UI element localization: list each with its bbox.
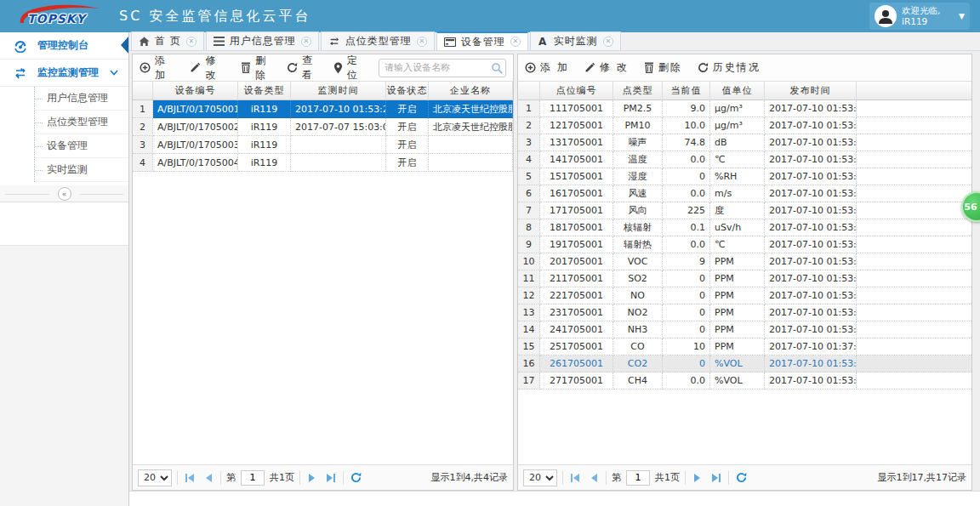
next-page-icon[interactable] (305, 471, 319, 485)
first-page-icon[interactable] (568, 471, 582, 485)
edit-button[interactable]: 修 改 (584, 60, 629, 75)
column-header[interactable]: 值单位 (710, 82, 765, 100)
table-row[interactable]: 4141705001温度0.0℃2017-07-10 01:53:22 (518, 151, 971, 168)
collapse-icon[interactable]: « (58, 187, 71, 201)
tab-close-icon[interactable]: ✕ (603, 37, 613, 47)
table-row[interactable]: 16261705001CO20%VOL2017-07-10 01:53:22 (518, 355, 971, 372)
table-row[interactable]: 1A/BJLT/0/1705001iR1192017-07-10 01:53:2… (133, 100, 513, 118)
column-header[interactable]: 监测时间 (291, 82, 386, 100)
table-row[interactable]: 5151705001湿度0%RH2017-07-10 01:53:22 (518, 168, 971, 185)
column-header[interactable]: 设备编号 (153, 82, 238, 100)
table-row[interactable]: 7171705001风向225度2017-07-10 01:53:21 (518, 202, 971, 219)
table-cell: 191705001 (540, 236, 613, 253)
topsky-logo: TOPSKY (15, 3, 109, 30)
table-cell: %VOL (710, 355, 765, 372)
table-cell: 271705001 (540, 372, 613, 389)
add-button[interactable]: 添 加 (525, 60, 569, 75)
tab-realtime-monitor[interactable]: A 实时监测 ✕ (530, 31, 621, 50)
tab-device-management[interactable]: 设备管理 ✕ (436, 31, 528, 50)
locate-button[interactable]: 定位 (333, 54, 363, 82)
table-row[interactable]: 4A/BJLT/0/1705004iR119开启 (133, 154, 513, 172)
table-row[interactable]: 10201705001VOC9PPM2017-07-10 01:53:22 (518, 253, 971, 270)
table-row[interactable]: 1111705001PM2.59.0μg/m³2017-07-10 01:53:… (518, 100, 971, 117)
page-number-input[interactable] (241, 470, 265, 486)
tab-close-icon[interactable]: ✕ (186, 37, 197, 47)
table-row[interactable]: 15251705001CO10PPM2017-07-10 01:37:01 (518, 338, 971, 355)
sidebar-item-monitoring-management[interactable]: 监控监测管理 (0, 60, 128, 87)
column-header[interactable]: 设备类型 (238, 82, 291, 100)
sidebar-item-point-type[interactable]: 点位类型管理 (35, 111, 128, 134)
tab-point-type[interactable]: 点位类型管理 ✕ (321, 31, 435, 50)
column-header[interactable]: 发布时间 (765, 82, 857, 100)
sidebar-collapse-button[interactable]: « (0, 185, 128, 202)
table-row[interactable]: 2121705001PM1010.0μg/m³2017-07-10 01:53:… (518, 117, 971, 134)
column-header[interactable]: 当前值 (663, 82, 710, 100)
table-row[interactable]: 17271705001CH40.0%VOL2017-07-10 01:53:21 (518, 372, 971, 389)
table-cell: 2017-07-10 01:53:21 (765, 117, 857, 134)
table-row[interactable]: 6161705001风速0.0m/s2017-07-10 01:53:21 (518, 185, 971, 202)
page-size-select[interactable]: 20 (138, 469, 172, 486)
sidebar-item-console[interactable]: 管理控制台 (0, 32, 128, 60)
table-row[interactable]: 2A/BJLT/0/1705002iR1192017-07-07 15:03:0… (133, 118, 513, 136)
table-row[interactable]: 13231705001NO20PPM2017-07-10 01:53:22 (518, 304, 971, 321)
table-cell: 北京凌天世纪控股股份有限公司 (429, 100, 513, 118)
table-row[interactable]: 14241705001NH30PPM2017-07-10 01:53:21 (518, 321, 971, 338)
tab-close-icon[interactable]: ✕ (301, 37, 311, 47)
table-row[interactable]: 3A/BJLT/0/1705003iR119开启 (133, 136, 513, 154)
table-cell (429, 154, 513, 172)
history-button[interactable]: 历史情况 (698, 60, 761, 75)
search-icon[interactable] (491, 62, 503, 74)
row-number-cell: 4 (133, 154, 153, 172)
table-cell: NO2 (613, 304, 663, 321)
divider (562, 471, 563, 485)
table-row[interactable]: 9191705001辐射热0.0℃2017-07-10 01:53:21 (518, 236, 971, 253)
edit-button[interactable]: 修 改 (190, 54, 225, 82)
table-cell: 风向 (613, 202, 663, 219)
add-button[interactable]: 添 加 (140, 54, 174, 82)
reload-icon[interactable] (349, 471, 362, 485)
sidebar-item-user-info[interactable]: 用户信息管理 (35, 87, 128, 111)
sidebar-item-realtime-monitor[interactable]: 实时监测 (35, 158, 128, 182)
table-row[interactable]: 3131705001噪声74.8dB2017-07-10 01:53:22 (518, 134, 971, 151)
table-cell: 131705001 (540, 134, 613, 151)
column-header[interactable]: 企业名称 (429, 82, 513, 100)
avatar (875, 5, 897, 27)
next-page-icon[interactable] (691, 471, 704, 485)
table-cell: PPM (710, 321, 765, 338)
point-table-wrap: 点位编号点类型当前值值单位发布时间1111705001PM2.59.0μg/m³… (518, 82, 971, 464)
sidebar-item-device-management[interactable]: 设备管理 (35, 134, 128, 158)
delete-button[interactable]: 删除 (644, 60, 682, 75)
table-cell: 0.0 (663, 185, 710, 202)
table-row[interactable]: 12221705001NO0PPM2017-07-10 01:53:21 (518, 287, 971, 304)
column-header[interactable]: 点位编号 (540, 82, 613, 100)
sidebar-subitem-label: 实时监测 (47, 162, 88, 177)
last-page-icon[interactable] (709, 471, 723, 485)
tab-home[interactable]: 首 页 ✕ (131, 31, 204, 50)
column-header[interactable]: 设备状态 (386, 82, 429, 100)
table-row[interactable]: 11211705001SO20PPM2017-07-10 01:53:22 (518, 270, 971, 287)
first-page-icon[interactable] (183, 471, 197, 485)
prev-page-icon[interactable] (202, 471, 215, 485)
tab-user-info[interactable]: 用户信息管理 ✕ (206, 31, 319, 50)
last-page-icon[interactable] (324, 471, 338, 485)
table-cell: 2017-07-10 01:53:22 (765, 151, 857, 168)
table-cell: PM10 (613, 117, 663, 134)
tab-close-icon[interactable]: ✕ (510, 37, 521, 47)
table-row[interactable]: 8181705001核辐射0.1uSv/h2017-07-10 01:53:21 (518, 219, 971, 236)
user-menu[interactable]: 欢迎光临, iR119 ▼ (869, 3, 970, 30)
page-number-input[interactable] (626, 470, 650, 486)
tab-close-icon[interactable]: ✕ (417, 37, 427, 47)
prev-page-icon[interactable] (587, 471, 601, 485)
view-button[interactable]: 查看 (287, 54, 318, 82)
search-input[interactable] (379, 59, 506, 77)
reload-icon[interactable] (734, 471, 748, 485)
delete-button[interactable]: 删除 (241, 54, 271, 82)
sidebar-item-label: 监控监测管理 (37, 65, 99, 80)
divider (177, 471, 178, 485)
page-size-select[interactable]: 20 (523, 469, 557, 486)
table-cell: 201705001 (540, 253, 613, 270)
table-cell: 231705001 (540, 304, 613, 321)
table-cell: μg/m³ (710, 100, 765, 117)
column-header[interactable]: 点类型 (613, 82, 663, 100)
device-table-wrap: 设备编号设备类型监测时间设备状态企业名称1A/BJLT/0/1705001iR1… (133, 82, 513, 464)
